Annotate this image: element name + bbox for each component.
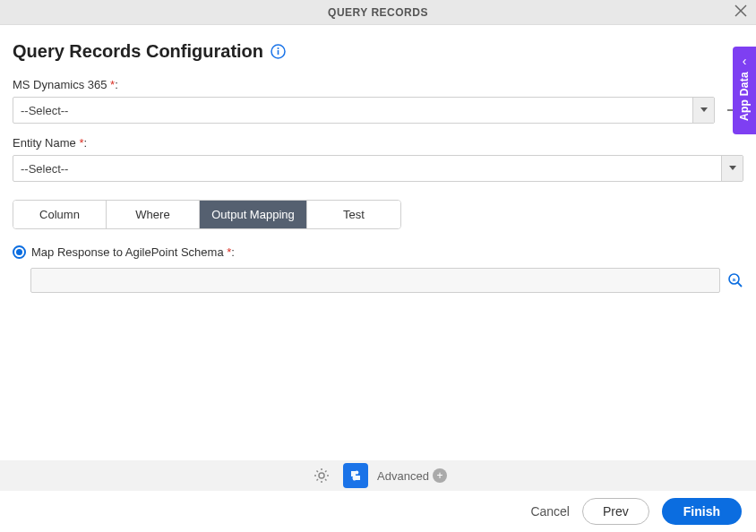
dynamics-select-value: --Select-- [13, 104, 692, 117]
svg-text:a: a [733, 277, 736, 282]
advanced-toggle[interactable]: Advanced + [377, 468, 447, 483]
page-title: Query Records Configuration [13, 41, 263, 62]
radio-icon [13, 245, 26, 259]
chevron-left-icon: ‹ [743, 54, 747, 68]
svg-line-15 [317, 471, 319, 473]
svg-line-18 [325, 471, 327, 473]
svg-point-3 [278, 47, 279, 49]
config-tabs: Column Where Output Mapping Test [13, 200, 401, 229]
tab-test[interactable]: Test [307, 201, 400, 228]
puzzle-icon[interactable] [343, 463, 368, 488]
cancel-button[interactable]: Cancel [530, 504, 570, 519]
info-icon[interactable] [271, 44, 286, 59]
svg-line-9 [738, 283, 742, 287]
svg-point-10 [319, 473, 324, 478]
svg-rect-4 [278, 50, 279, 55]
modal-header: QUERY RECORDS [0, 0, 756, 25]
prev-button[interactable]: Prev [582, 498, 649, 525]
app-data-panel-toggle[interactable]: ‹ App Data [733, 47, 756, 134]
tab-where[interactable]: Where [107, 201, 200, 228]
schema-input[interactable] [30, 268, 720, 293]
close-icon[interactable] [735, 4, 747, 21]
svg-line-17 [317, 479, 319, 481]
bottom-toolbar: Advanced + [0, 460, 756, 491]
map-response-label: Map Response to AgilePoint Schema *: [31, 245, 235, 259]
schema-browse-icon[interactable]: a [727, 272, 743, 288]
chevron-down-icon [692, 98, 714, 123]
gear-icon[interactable] [309, 463, 334, 488]
svg-line-16 [325, 479, 327, 481]
tab-column[interactable]: Column [13, 201, 107, 228]
app-data-label: App Data [738, 72, 751, 121]
entity-select[interactable]: --Select-- [13, 155, 743, 182]
finish-button[interactable]: Finish [662, 498, 742, 525]
entity-label: Entity Name *: [13, 136, 743, 150]
footer: Cancel Prev Finish [0, 491, 756, 532]
entity-select-value: --Select-- [13, 162, 721, 176]
dynamics-label: MS Dynamics 365 *: [13, 78, 743, 91]
modal-title: QUERY RECORDS [328, 6, 428, 19]
dynamics-select[interactable]: --Select-- [13, 97, 715, 124]
map-response-radio[interactable]: Map Response to AgilePoint Schema *: [13, 245, 743, 259]
chevron-down-icon [721, 156, 743, 181]
plus-circle-icon: + [433, 468, 447, 483]
tab-output-mapping[interactable]: Output Mapping [200, 201, 307, 228]
